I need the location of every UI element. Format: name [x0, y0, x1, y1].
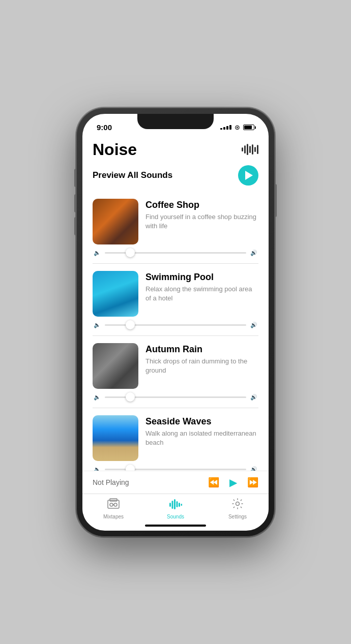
svg-point-2 [114, 503, 117, 506]
signal-icon [220, 125, 231, 130]
status-time: 9:00 [97, 123, 112, 132]
volume-low-icon: 🔈 [94, 250, 101, 256]
sound-desc: Thick drops of rain dumming to the groun… [145, 357, 258, 375]
volume-slider-swimming-pool[interactable]: 🔈 🔊 [93, 322, 258, 328]
sound-item-coffee-shop[interactable]: Coffee Shop Find yourself in a coffee sh… [93, 192, 258, 264]
sound-list: Coffee Shop Find yourself in a coffee sh… [82, 192, 269, 471]
slider-thumb[interactable] [126, 392, 135, 402]
sound-desc: Relax along the swimming pool area of a … [145, 285, 258, 303]
sound-info-coffee-shop: Coffee Shop Find yourself in a coffee sh… [145, 199, 258, 244]
volume-low-icon: 🔈 [94, 394, 101, 401]
preview-section: Preview All Sounds [82, 162, 269, 192]
volume-low-icon: 🔈 [94, 466, 101, 471]
play-all-button[interactable] [238, 165, 258, 186]
tab-sounds-label: Sounds [167, 514, 184, 519]
play-pause-button[interactable]: ▶ [229, 476, 237, 488]
svg-rect-7 [174, 499, 175, 509]
sound-item-autumn-rain[interactable]: Autumn Rain Thick drops of rain dumming … [93, 336, 258, 408]
wifi-icon: ⊛ [235, 124, 240, 131]
svg-point-1 [110, 503, 113, 506]
sound-name: Seaside Waves [145, 416, 258, 427]
svg-point-11 [236, 502, 240, 505]
sound-info-swimming-pool: Swimming Pool Relax along the swimming p… [145, 271, 258, 317]
slider-track[interactable] [105, 252, 246, 254]
app-content: Noise Preview All Sounds [82, 136, 269, 471]
volume-slider-autumn-rain[interactable]: 🔈 🔊 [93, 394, 258, 401]
notch [137, 114, 214, 129]
volume-high-icon: 🔊 [250, 322, 257, 328]
sound-image-seaside-waves [93, 415, 138, 461]
sounds-icon [169, 498, 182, 512]
svg-rect-10 [181, 504, 183, 506]
phone-frame: 9:00 ⊛ Noise [76, 108, 275, 537]
player-bar: Not Playing ⏪ ▶ ⏩ [82, 471, 269, 494]
status-icons: ⊛ [220, 124, 254, 131]
sound-name: Coffee Shop [145, 200, 258, 210]
tab-mixtapes[interactable]: Mixtapes [82, 498, 144, 519]
sound-item-seaside-waves[interactable]: Seaside Waves Walk along an isolated med… [93, 408, 258, 471]
tab-bar: Mixtapes Sounds [82, 494, 269, 523]
sound-info-autumn-rain: Autumn Rain Thick drops of rain dumming … [145, 343, 258, 389]
svg-rect-8 [177, 501, 178, 507]
sound-image-coffee-shop [93, 199, 138, 244]
volume-low-icon: 🔈 [94, 322, 101, 328]
slider-thumb[interactable] [126, 465, 135, 471]
slider-thumb[interactable] [126, 248, 135, 257]
tab-settings[interactable]: Settings [207, 498, 269, 519]
phone-screen: 9:00 ⊛ Noise [82, 114, 269, 531]
sound-desc: Walk along an isolated mediterranean bea… [145, 429, 258, 447]
sound-desc: Find yourself in a coffee shop buzzing w… [145, 212, 258, 231]
volume-high-icon: 🔊 [250, 394, 257, 401]
page-title: Noise [93, 140, 137, 159]
svg-rect-5 [169, 503, 171, 507]
volume-slider-seaside-waves[interactable]: 🔈 🔊 [93, 466, 258, 471]
waveform-icon[interactable] [242, 144, 258, 155]
preview-label: Preview All Sounds [93, 170, 172, 180]
tab-settings-label: Settings [228, 514, 247, 519]
fast-forward-button[interactable]: ⏩ [247, 477, 258, 488]
player-controls: ⏪ ▶ ⏩ [208, 476, 258, 488]
slider-track[interactable] [105, 396, 246, 398]
slider-track[interactable] [105, 324, 246, 326]
play-icon [245, 171, 253, 180]
volume-high-icon: 🔊 [250, 466, 257, 471]
sound-item-swimming-pool[interactable]: Swimming Pool Relax along the swimming p… [93, 264, 258, 336]
mixtapes-icon [107, 498, 120, 512]
home-indicator [145, 525, 206, 527]
settings-icon [232, 498, 243, 512]
battery-icon [243, 125, 254, 130]
volume-high-icon: 🔊 [250, 250, 257, 256]
sound-image-autumn-rain [93, 343, 138, 389]
sound-image-swimming-pool [93, 271, 138, 317]
rewind-button[interactable]: ⏪ [208, 477, 219, 488]
tab-sounds[interactable]: Sounds [144, 498, 207, 519]
slider-thumb[interactable] [126, 320, 135, 329]
sound-info-seaside-waves: Seaside Waves Walk along an isolated med… [145, 415, 258, 461]
slider-track[interactable] [105, 469, 246, 470]
app-header: Noise [82, 136, 269, 162]
sound-name: Autumn Rain [145, 344, 258, 355]
not-playing-label: Not Playing [93, 478, 129, 486]
svg-rect-6 [172, 501, 173, 509]
sound-name: Swimming Pool [145, 272, 258, 283]
tab-mixtapes-label: Mixtapes [103, 514, 124, 519]
svg-rect-9 [179, 503, 180, 507]
volume-slider-coffee-shop[interactable]: 🔈 🔊 [93, 250, 258, 256]
